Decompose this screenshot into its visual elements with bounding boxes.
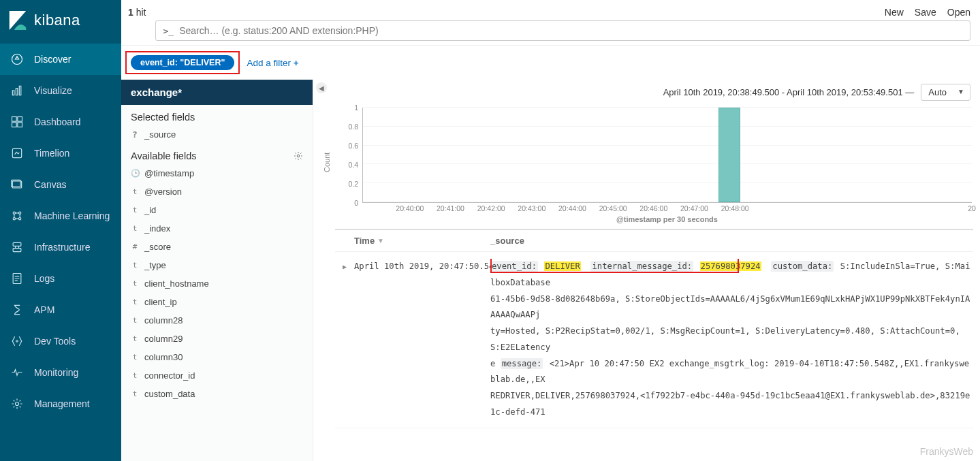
svg-rect-2 bbox=[16, 89, 18, 95]
field-version[interactable]: t@version bbox=[121, 182, 313, 201]
field-name: _id bbox=[144, 205, 156, 215]
ytick: 0.8 bbox=[348, 123, 358, 131]
field-type-icon: t bbox=[131, 261, 139, 270]
nav-icon bbox=[10, 302, 25, 317]
table-row: ▶ April 10th 2019, 20:47:50.548 event_id… bbox=[335, 252, 973, 428]
chart-ylabel: Count bbox=[321, 102, 332, 222]
search-input[interactable] bbox=[179, 25, 963, 36]
watermark: FrankysWeb bbox=[920, 446, 973, 457]
index-pattern[interactable]: exchange* bbox=[121, 80, 313, 105]
xtick: 20:46:00 bbox=[639, 204, 667, 212]
xtick: 20:48:00 bbox=[721, 204, 749, 212]
svg-point-13 bbox=[13, 218, 15, 220]
field-name: column30 bbox=[144, 352, 183, 362]
nav-label: Dev Tools bbox=[34, 336, 76, 347]
header-time[interactable]: Time ▼ bbox=[354, 236, 490, 246]
field-source[interactable]: ?_source bbox=[121, 125, 313, 144]
histogram-bar[interactable] bbox=[718, 108, 740, 202]
kibana-logo-icon bbox=[8, 10, 27, 31]
available-fields-title: Available fields bbox=[131, 150, 196, 161]
gear-icon[interactable] bbox=[294, 151, 303, 161]
sidebar-item-machine-learning[interactable]: Machine Learning bbox=[0, 200, 121, 232]
sidebar-item-discover[interactable]: Discover bbox=[0, 44, 121, 75]
header-source[interactable]: _source bbox=[490, 236, 973, 246]
new-button[interactable]: New bbox=[885, 7, 904, 18]
filter-bar: event_id: "DELIVER" Add a filter + bbox=[121, 45, 980, 80]
sort-caret-icon: ▼ bbox=[377, 237, 384, 244]
filter-pill[interactable]: event_id: "DELIVER" bbox=[131, 55, 234, 70]
svg-rect-5 bbox=[18, 117, 22, 122]
brand-name: kibana bbox=[34, 12, 80, 29]
field-name: _source bbox=[144, 129, 176, 140]
expand-row-icon[interactable]: ▶ bbox=[335, 259, 354, 274]
field-index[interactable]: t_index bbox=[121, 219, 313, 238]
collapse-fields-icon[interactable]: ◀ bbox=[316, 82, 327, 93]
nav-label: Machine Learning bbox=[34, 210, 110, 221]
ytick: 0 bbox=[354, 199, 358, 207]
add-filter-button[interactable]: Add a filter + bbox=[247, 58, 298, 68]
save-button[interactable]: Save bbox=[915, 7, 936, 18]
field-type-icon: t bbox=[131, 224, 139, 233]
sidebar-item-timelion[interactable]: Timelion bbox=[0, 138, 121, 169]
filter-pill-highlight-box: event_id: "DELIVER" bbox=[125, 51, 240, 74]
nav-icon bbox=[10, 52, 25, 67]
search-box[interactable]: >_ bbox=[155, 20, 970, 41]
nav-list: DiscoverVisualizeDashboardTimelionCanvas… bbox=[0, 44, 121, 419]
field-name: connector_id bbox=[144, 370, 195, 381]
field-clientip[interactable]: tclient_ip bbox=[121, 293, 313, 311]
sidebar-item-dev-tools[interactable]: Dev Tools bbox=[0, 325, 121, 357]
sidebar-item-dashboard[interactable]: Dashboard bbox=[0, 106, 121, 138]
main-panel: 1 hit New Save Open >_ event_id: "DELIVE… bbox=[121, 0, 980, 461]
doc-table: Time ▼ _source ▶ April 10th 2019, 20:47:… bbox=[335, 229, 973, 428]
nav-icon bbox=[10, 208, 25, 223]
time-range: April 10th 2019, 20:38:49.500 - April 10… bbox=[663, 87, 915, 97]
sidebar-item-apm[interactable]: APM bbox=[0, 294, 121, 325]
sidebar-item-management[interactable]: Management bbox=[0, 388, 121, 419]
sidebar-item-monitoring[interactable]: Monitoring bbox=[0, 357, 121, 388]
field-customdata[interactable]: tcustom_data bbox=[121, 385, 313, 403]
nav-label: APM bbox=[34, 304, 54, 315]
field-name: column29 bbox=[144, 334, 183, 344]
field-type[interactable]: t_type bbox=[121, 256, 313, 274]
svg-rect-16 bbox=[13, 249, 21, 252]
results-area: ◀ April 10th 2019, 20:38:49.500 - April … bbox=[313, 80, 980, 461]
sidebar-item-infrastructure[interactable]: Infrastructure bbox=[0, 232, 121, 263]
field-connectorid[interactable]: tconnector_id bbox=[121, 366, 313, 385]
nav-icon bbox=[10, 83, 25, 98]
nav-icon bbox=[10, 271, 25, 286]
brand-logo[interactable]: kibana bbox=[0, 0, 121, 44]
svg-rect-7 bbox=[18, 123, 22, 127]
field-type-icon: 🕒 bbox=[131, 169, 139, 178]
sidebar-item-canvas[interactable]: Canvas bbox=[0, 169, 121, 200]
xtick: 20:44:00 bbox=[558, 204, 586, 212]
field-column30[interactable]: tcolumn30 bbox=[121, 348, 313, 366]
field-name: client_hostname bbox=[144, 279, 209, 289]
field-timestamp[interactable]: 🕒@timestamp bbox=[121, 164, 313, 182]
sidebar-item-logs[interactable]: Logs bbox=[0, 263, 121, 294]
nav-icon bbox=[10, 396, 25, 411]
field-type-icon: # bbox=[131, 242, 139, 251]
histogram-chart[interactable]: Count 00.20.40.60.81 20:40:0020:41:0020:… bbox=[316, 102, 980, 225]
field-score[interactable]: #_score bbox=[121, 238, 313, 256]
field-column28[interactable]: tcolumn28 bbox=[121, 311, 313, 330]
ytick: 0.2 bbox=[348, 180, 358, 188]
nav-label: Logs bbox=[34, 273, 54, 284]
xtick: 20:40:00 bbox=[396, 204, 424, 212]
field-type-icon: t bbox=[131, 206, 139, 214]
field-type-icon: t bbox=[131, 298, 139, 306]
field-column29[interactable]: tcolumn29 bbox=[121, 330, 313, 348]
xtick: 20:45:00 bbox=[599, 204, 627, 212]
nav-label: Canvas bbox=[34, 179, 66, 190]
xtick: 20:41:00 bbox=[437, 204, 464, 212]
field-id[interactable]: t_id bbox=[121, 201, 313, 219]
sidebar-item-visualize[interactable]: Visualize bbox=[0, 75, 121, 106]
field-name: @version bbox=[144, 187, 182, 197]
fields-panel: exchange* Selected fields ?_source Avail… bbox=[121, 80, 313, 461]
nav-label: Management bbox=[34, 398, 90, 409]
interval-select[interactable]: Auto bbox=[921, 84, 970, 101]
open-button[interactable]: Open bbox=[947, 7, 970, 18]
field-clienthostname[interactable]: tclient_hostname bbox=[121, 274, 313, 293]
field-type-icon: t bbox=[131, 334, 139, 343]
nav-icon bbox=[10, 114, 25, 129]
svg-rect-4 bbox=[12, 117, 17, 122]
